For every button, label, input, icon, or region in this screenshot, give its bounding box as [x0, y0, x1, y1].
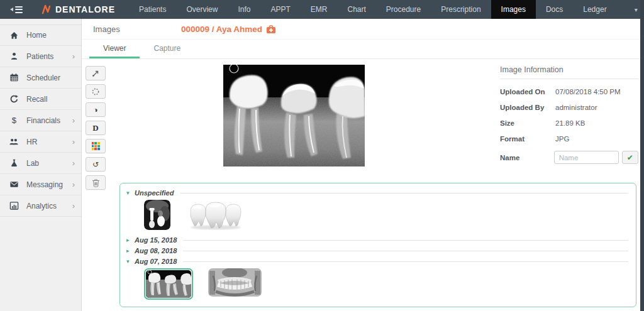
info-label: Format	[500, 135, 555, 143]
sidebar-item-analytics[interactable]: Analytics ›	[0, 195, 81, 217]
nav-item-docs[interactable]: Docs	[536, 0, 573, 19]
timeline-group-aug-15[interactable]: ▸ Aug 15, 2018	[126, 235, 628, 245]
group-label: Aug 08, 2018	[135, 247, 177, 254]
thumbnail-vertical-xray[interactable]	[144, 200, 170, 230]
brightness-button[interactable]	[86, 84, 106, 99]
page-header: Images 000009 / Aya Ahmed	[82, 19, 644, 40]
thumbnail-row-unspecified	[126, 200, 628, 230]
timeline-group-unspecified[interactable]: ▾ Unspecified	[126, 188, 628, 198]
top-navbar: DENTALORE Patients Overview Info APPT EM…	[0, 0, 644, 19]
group-divider	[183, 240, 628, 241]
delete-button[interactable]	[86, 175, 106, 190]
sidebar-item-label: Messaging	[26, 180, 72, 189]
sidebar-collapse-button[interactable]	[0, 0, 30, 19]
main-xray-image[interactable]	[223, 65, 365, 166]
chevron-right-icon: ›	[72, 116, 75, 124]
app-logo[interactable]: DENTALORE	[30, 0, 129, 19]
viewer-tab-bar: Viewer Capture	[82, 40, 644, 59]
resize-button[interactable]	[86, 66, 106, 80]
sidebar-item-scheduler[interactable]: Scheduler	[0, 67, 81, 89]
info-row-uploaded-on: Uploaded On 07/08/2018 4:50 PM	[500, 88, 638, 95]
trash-icon	[92, 178, 100, 187]
info-row-size: Size 21.89 KB	[500, 119, 638, 127]
timeline-group-aug-08[interactable]: ▸ Aug 08, 2018	[126, 246, 628, 256]
bar-chart-icon	[9, 201, 19, 211]
tab-viewer[interactable]: Viewer	[89, 40, 140, 58]
contrast-button[interactable]: ◑	[86, 102, 106, 117]
sidebar-item-label: Financials	[26, 116, 72, 125]
tab-capture[interactable]: Capture	[140, 40, 194, 58]
caret-down-icon: ▾	[126, 190, 135, 196]
sidebar-item-financials[interactable]: $ Financials ›	[0, 110, 81, 131]
color-grid-icon	[92, 142, 100, 150]
diagonal-arrow-icon	[91, 69, 100, 78]
color-filter-button[interactable]	[86, 139, 106, 153]
nav-item-prescription[interactable]: Prescription	[431, 0, 491, 19]
navbar-menu: Patients Overview Info APPT EMR Chart Pr…	[129, 0, 617, 19]
image-toolbar: ◑ D ↺	[86, 66, 106, 190]
thumbnail-panoramic-xray[interactable]	[208, 268, 262, 297]
info-value: JPG	[555, 135, 569, 143]
sidebar-item-label: Home	[26, 31, 75, 40]
thumbnail-teeth-render[interactable]	[186, 200, 246, 230]
sidebar-item-label: HR	[26, 138, 72, 146]
left-sidebar: Home Patients › Scheduler Recall $ Fina	[0, 19, 82, 311]
sidebar-item-recall[interactable]: Recall	[0, 89, 81, 110]
rotate-button[interactable]: ↺	[86, 157, 106, 172]
contrast-icon: ◑	[93, 106, 97, 114]
nav-item-emr[interactable]: EMR	[301, 0, 338, 19]
info-row-name: Name ✔	[500, 151, 638, 164]
recall-icon	[9, 94, 19, 104]
image-name-input[interactable]	[554, 151, 619, 164]
sidebar-item-patients[interactable]: Patients ›	[0, 46, 81, 67]
first-aid-kit-icon	[266, 25, 276, 34]
info-value: administrator	[555, 104, 597, 111]
nav-item-appt[interactable]: APPT	[260, 0, 300, 19]
nav-item-chart[interactable]: Chart	[337, 0, 375, 19]
brand-name: DENTALORE	[55, 4, 115, 14]
info-row-uploaded-by: Uploaded By administrator	[500, 104, 638, 111]
flask-icon	[9, 158, 19, 168]
nav-item-patients[interactable]: Patients	[129, 0, 176, 19]
group-divider	[183, 251, 628, 251]
caret-down-icon: ▾	[126, 258, 135, 265]
invert-icon: D	[92, 123, 98, 133]
info-label: Uploaded On	[500, 88, 555, 95]
save-name-button[interactable]: ✔	[622, 151, 638, 164]
info-row-format: Format JPG	[500, 135, 638, 143]
chevron-right-icon: ›	[72, 180, 75, 188]
thumbnail-selected-xray[interactable]	[144, 268, 193, 300]
chevron-right-icon: ›	[72, 202, 75, 210]
collapse-arrow-icon	[10, 8, 13, 11]
sidebar-item-home[interactable]: Home	[0, 25, 81, 46]
thumbnail-row-aug-07	[126, 268, 628, 300]
rotate-ccw-icon: ↺	[92, 161, 99, 168]
brightness-icon	[91, 87, 100, 96]
sidebar-item-lab[interactable]: Lab ›	[0, 153, 81, 174]
vertical-scrollbar[interactable]	[640, 0, 644, 311]
group-divider	[183, 261, 628, 262]
chevron-right-icon: ›	[72, 159, 75, 167]
people-icon	[9, 137, 19, 147]
calendar-icon	[9, 73, 19, 83]
panel-title: Image Information	[500, 65, 638, 79]
dollar-icon: $	[9, 116, 19, 126]
chevron-right-icon: ›	[72, 138, 75, 146]
sidebar-item-label: Scheduler	[26, 74, 75, 82]
sidebar-item-hr[interactable]: HR ›	[0, 131, 81, 153]
nav-item-ledger[interactable]: Ledger	[573, 0, 616, 19]
patient-link[interactable]: 000009 / Aya Ahmed	[181, 19, 276, 40]
invert-button[interactable]: D	[86, 121, 106, 135]
nav-item-images[interactable]: Images	[491, 0, 536, 19]
main-content: Images 000009 / Aya Ahmed Viewer Capture	[82, 19, 644, 311]
sidebar-item-label: Analytics	[26, 202, 72, 210]
page-title: Images	[93, 25, 120, 34]
nav-item-overview[interactable]: Overview	[176, 0, 228, 19]
patient-name-label: 000009 / Aya Ahmed	[181, 25, 262, 34]
chevron-right-icon: ›	[72, 52, 75, 60]
sidebar-item-messaging[interactable]: Messaging ›	[0, 174, 81, 195]
nav-item-info[interactable]: Info	[228, 0, 260, 19]
timeline-group-aug-07[interactable]: ▾ Aug 07, 2018	[126, 256, 628, 266]
patient-icon	[9, 52, 19, 62]
nav-item-procedure[interactable]: Procedure	[376, 0, 431, 19]
